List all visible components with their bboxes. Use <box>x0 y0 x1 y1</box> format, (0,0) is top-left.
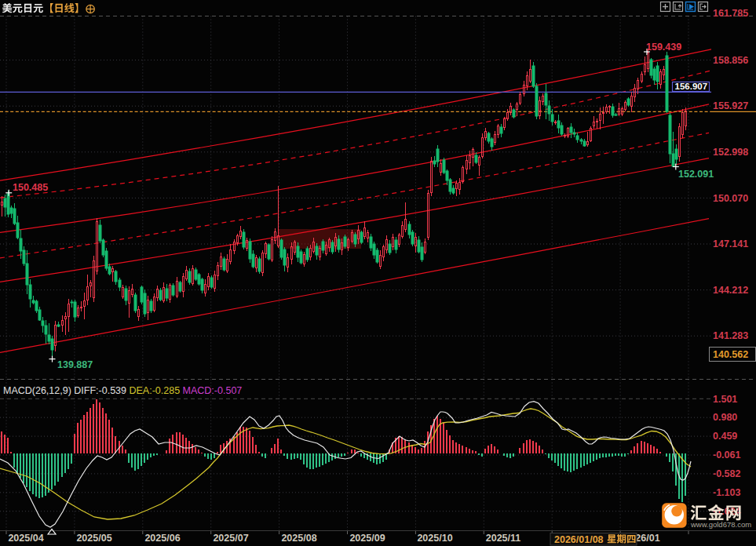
svg-text:147.141: 147.141 <box>713 238 748 249</box>
svg-text:140.562: 140.562 <box>713 349 748 360</box>
svg-text:141.283: 141.283 <box>713 330 748 341</box>
svg-text:-1.103: -1.103 <box>713 487 740 498</box>
svg-text:2026/01/08: 2026/01/08 <box>554 534 604 545</box>
svg-text:1.501: 1.501 <box>713 394 737 405</box>
svg-text:152.091: 152.091 <box>678 169 714 180</box>
svg-text:156.907: 156.907 <box>675 82 708 91</box>
svg-text:150.485: 150.485 <box>13 182 48 193</box>
svg-text:-0.582: -0.582 <box>713 468 740 479</box>
svg-text:2025/04: 2025/04 <box>8 533 43 544</box>
svg-text:155.927: 155.927 <box>713 100 748 111</box>
svg-text:www.gold678.com: www.gold678.com <box>690 520 751 529</box>
svg-text:MACD(26,12,9) DIFF:-0.539 DE: MACD(26,12,9) DIFF:-0.539 DEA:-0.285 MAC… <box>3 385 242 396</box>
svg-text:2025/10: 2025/10 <box>417 533 452 544</box>
svg-text:2025/11: 2025/11 <box>486 533 521 544</box>
svg-text:150.070: 150.070 <box>713 193 748 204</box>
svg-text:2025/08: 2025/08 <box>281 533 316 544</box>
svg-text:2025/06: 2025/06 <box>144 533 180 544</box>
svg-text:152.998: 152.998 <box>713 147 748 158</box>
svg-text:159.439: 159.439 <box>646 42 681 53</box>
svg-text:0.459: 0.459 <box>713 431 737 442</box>
svg-text:0.980: 0.980 <box>713 412 737 423</box>
svg-text:158.856: 158.856 <box>713 55 748 66</box>
svg-text:139.887: 139.887 <box>57 359 93 370</box>
svg-text:144.212: 144.212 <box>713 285 748 296</box>
svg-text:161.785: 161.785 <box>713 8 748 19</box>
svg-text:2025/09: 2025/09 <box>349 533 385 544</box>
svg-text:2025/05: 2025/05 <box>76 533 111 544</box>
svg-text:2025/07: 2025/07 <box>213 533 248 544</box>
svg-text:-0.061: -0.061 <box>713 450 740 460</box>
